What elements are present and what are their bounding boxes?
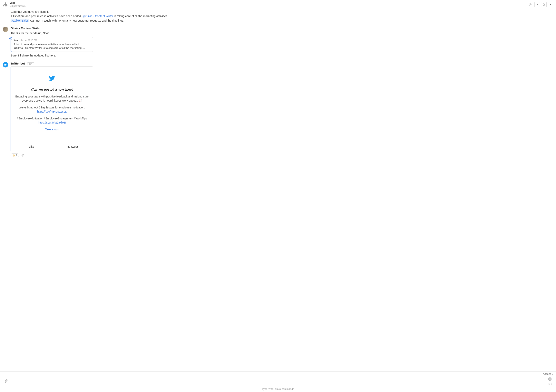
channel-name[interactable]: #all xyxy=(10,1,528,5)
markdown-hint: M ↓ xyxy=(548,383,552,385)
reply-author: You xyxy=(14,39,18,42)
reply-icon xyxy=(9,37,13,40)
slash-command-hint: Type "/" for quick commands xyxy=(2,386,554,391)
sender-name[interactable]: Twitter bot xyxy=(11,62,25,65)
avatar[interactable] xyxy=(3,27,8,32)
svg-point-17 xyxy=(22,155,23,155)
channel-header: #all 40 participants xyxy=(0,0,556,9)
reply-line: @Olivia - Content Writer is taking care … xyxy=(14,46,90,50)
message-list: Glad that you guys are liking it! A list… xyxy=(0,9,556,371)
add-reaction-button[interactable] xyxy=(21,153,25,157)
attach-button[interactable] xyxy=(2,376,10,386)
tweet-paragraph: Engaging your team with positive feedbac… xyxy=(15,94,89,103)
svg-point-7 xyxy=(5,5,6,6)
svg-point-0 xyxy=(5,3,6,4)
svg-point-6 xyxy=(3,5,4,6)
message-text-line: A list of pre and post release activitie… xyxy=(11,14,553,18)
message-text: Sure, I'll share the updated list here. xyxy=(11,53,553,58)
like-button[interactable]: Like xyxy=(11,142,52,151)
avatar-twitter-bot[interactable] xyxy=(3,62,8,67)
svg-point-9 xyxy=(530,4,531,5)
twitter-card: @zylker posted a new tweet Engaging your… xyxy=(11,66,93,151)
sender-name[interactable]: Olivia - Content Writer xyxy=(11,27,553,30)
bot-badge: BOT xyxy=(27,62,34,65)
svg-point-22 xyxy=(549,379,549,379)
close-button[interactable] xyxy=(548,2,553,7)
svg-rect-12 xyxy=(536,4,538,5)
notifications-button[interactable] xyxy=(541,2,547,7)
channel-icon xyxy=(3,2,8,7)
video-call-button[interactable] xyxy=(534,2,540,7)
emoji-button[interactable] xyxy=(548,377,552,381)
participants-count[interactable]: 40 participants xyxy=(10,5,528,8)
reactions-row: 👌 2 xyxy=(11,153,553,157)
tweet-paragraph: We've listed out 6 key factors for emplo… xyxy=(15,105,89,114)
message-text: Thanks for the heads-up, Scott. xyxy=(11,31,553,35)
retweet-button[interactable]: Re tweet xyxy=(52,142,93,151)
quoted-reply[interactable]: You Jan. 4, 02:16 PM A list of pre and p… xyxy=(11,37,93,52)
message-input[interactable] xyxy=(10,376,546,386)
message: Twitter bot BOT @zylker posted a new twe… xyxy=(0,61,556,159)
user-mention[interactable]: @Olivia - Content Writer xyxy=(83,15,113,18)
message: Olivia - Content Writer Thanks for the h… xyxy=(0,25,556,59)
reaction-count: 2 xyxy=(16,154,17,157)
chevron-down-icon: ▾ xyxy=(552,373,553,375)
reply-line: A list of pre and post release activitie… xyxy=(14,42,90,46)
tweet-link[interactable]: https://t.co/FB4LSZ6sbL xyxy=(37,110,67,113)
reaction-pill[interactable]: 👌 2 xyxy=(11,153,19,157)
twitter-icon xyxy=(48,75,56,82)
svg-point-21 xyxy=(548,378,551,381)
tweet-title: @zylker posted a new tweet xyxy=(15,88,89,91)
tweet-link[interactable]: https://t.co/3Vvt2axbxB xyxy=(38,121,66,124)
add-participant-button[interactable] xyxy=(528,2,533,7)
reply-timestamp: Jan. 4, 02:16 PM xyxy=(21,39,37,41)
message-continuation: Glad that you guys are liking it! A list… xyxy=(0,9,556,24)
actions-dropdown[interactable]: Actions▾ xyxy=(2,372,554,376)
tweet-paragraph: #EmployeeMotivation #EmployeeEngagement … xyxy=(15,117,89,125)
message-composer: M ↓ xyxy=(2,376,554,386)
message-text-line: #Zylker Sales Can get in touch with her … xyxy=(11,18,553,23)
svg-point-8 xyxy=(6,5,7,6)
message-text-line: Glad that you guys are liking it! xyxy=(11,10,553,14)
tweet-link-take-a-look[interactable]: Take a look xyxy=(45,128,59,131)
reaction-emoji: 👌 xyxy=(12,154,15,157)
composer-area: Actions▾ M ↓ Type "/" for quick commands xyxy=(0,371,556,392)
channel-mention[interactable]: #Zylker Sales xyxy=(11,19,29,22)
